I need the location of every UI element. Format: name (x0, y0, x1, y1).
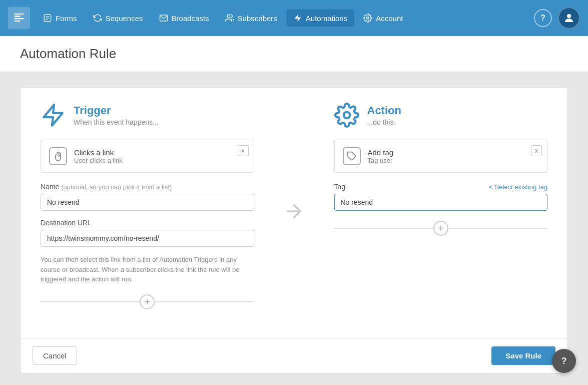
cancel-button[interactable]: Cancel (33, 346, 77, 365)
add-action-more: + (334, 221, 548, 236)
tag-field: Tag < Select existing tag (334, 183, 548, 211)
url-field: Destination URL (41, 219, 254, 247)
action-panel: Action ...do this. Add tag Tag user (314, 88, 568, 338)
action-close-button[interactable]: x (531, 145, 542, 156)
action-title: Action (367, 104, 401, 117)
add-action-button[interactable]: + (433, 221, 448, 236)
arrow-right-icon (283, 200, 305, 225)
rule-panels: Trigger When this event happens... Click… (21, 88, 567, 338)
trigger-subtitle: When this event happens... (74, 118, 159, 126)
nav-item-sequences[interactable]: Sequences (86, 10, 150, 27)
trigger-icon (41, 103, 66, 128)
action-header: Action ...do this. (334, 103, 548, 128)
url-label: Destination URL (41, 219, 254, 227)
help-chat-bubble[interactable]: ? (552, 349, 576, 373)
help-button[interactable]: ? (534, 9, 552, 27)
trigger-panel: Trigger When this event happens... Click… (21, 88, 274, 338)
select-existing-tag-button[interactable]: < Select existing tag (489, 183, 547, 191)
tag-label: Tag (334, 183, 346, 191)
action-icon (334, 103, 359, 128)
action-box-name: Add tag (368, 148, 539, 157)
page-header: Automation Rule (0, 36, 588, 72)
svg-point-9 (343, 112, 350, 119)
page-body: Trigger When this event happens... Click… (0, 72, 588, 385)
nav-item-forms[interactable]: Forms (36, 10, 84, 27)
nav-item-broadcasts[interactable]: Broadcasts (152, 10, 216, 27)
trigger-box-desc: User clicks a link (74, 157, 246, 164)
name-field: Name (optional, so you can pick it from … (41, 183, 254, 211)
user-avatar[interactable] (558, 7, 580, 29)
arrow-divider (274, 88, 314, 338)
add-tag-icon (343, 147, 361, 165)
name-field-optional: (optional, so you can pick it from a lis… (61, 183, 172, 191)
action-subtitle: ...do this. (367, 118, 401, 126)
save-rule-button[interactable]: Save Rule (491, 346, 555, 365)
action-box: Add tag Tag user x (334, 140, 548, 173)
add-trigger-more: + (41, 294, 254, 309)
trigger-close-button[interactable]: x (238, 145, 249, 156)
svg-marker-5 (294, 15, 301, 22)
tag-input[interactable] (334, 194, 548, 211)
trigger-header: Trigger When this event happens... (41, 103, 254, 128)
svg-marker-8 (44, 105, 63, 126)
navbar: Forms Sequences Broadcasts Subscribers A… (0, 0, 588, 36)
nav-logo[interactable] (8, 7, 30, 29)
trigger-box-name: Clicks a link (74, 148, 246, 157)
url-input[interactable] (41, 230, 254, 247)
svg-point-4 (227, 15, 230, 18)
trigger-help-text: You can then select this link from a lis… (41, 255, 254, 284)
page-title: Automation Rule (20, 46, 568, 62)
action-box-desc: Tag user (368, 157, 539, 164)
rule-card: Trigger When this event happens... Click… (20, 87, 568, 373)
clicks-link-icon (49, 147, 67, 165)
trigger-box: Clicks a link User clicks a link x (41, 140, 254, 173)
name-input[interactable] (41, 194, 254, 211)
rule-footer: Cancel Save Rule (21, 338, 567, 373)
nav-item-account[interactable]: Account (356, 10, 410, 27)
nav-item-subscribers[interactable]: Subscribers (218, 10, 284, 27)
nav-item-automations[interactable]: Automations (286, 10, 354, 27)
add-trigger-button[interactable]: + (140, 294, 155, 309)
svg-point-6 (367, 17, 369, 20)
svg-point-7 (567, 14, 571, 18)
trigger-title: Trigger (74, 104, 159, 117)
